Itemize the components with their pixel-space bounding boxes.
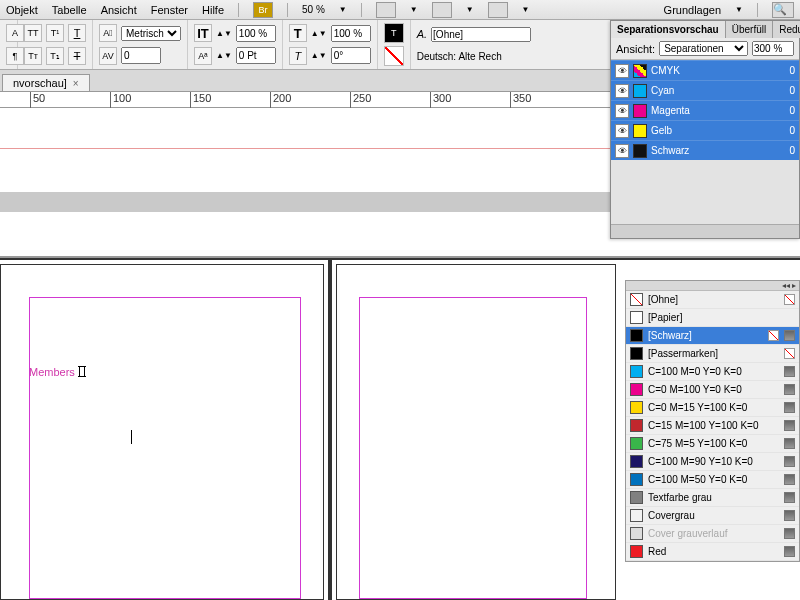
allcaps-btn[interactable]: TT [24,24,42,42]
swatch-row[interactable]: Cover grauverlauf [626,525,799,543]
swatch-row[interactable]: C=100 M=50 Y=0 K=0 [626,471,799,489]
swatch-row[interactable]: [Schwarz] [626,327,799,345]
vscale-input[interactable] [331,25,371,42]
left-page[interactable]: Members [0,264,324,600]
separation-row[interactable]: 👁CMYK0 [611,60,799,80]
colortype-icon [784,366,795,377]
swatch-label: Cover grauverlauf [648,528,779,539]
separation-row[interactable]: 👁Cyan0 [611,80,799,100]
swatch-color [630,473,643,486]
swatch-row[interactable]: C=0 M=15 Y=100 K=0 [626,399,799,417]
swatch-label: Covergrau [648,510,779,521]
baseline-input[interactable] [236,47,276,64]
smallcaps-btn[interactable]: Tт [24,47,42,65]
ruler-tick: 250 [350,92,371,108]
tab-flatten[interactable]: Reduzie [773,21,800,38]
visibility-toggle[interactable]: 👁 [615,124,629,138]
swatch-row[interactable]: [Passermarken] [626,345,799,363]
color-swatch [633,64,647,78]
search-icon[interactable]: 🔍 [772,2,794,18]
menu-objekt[interactable]: Objekt [6,4,38,16]
swatch-panel-header[interactable]: ◂◂ ▸ [626,281,799,291]
subscript-btn[interactable]: T₁ [46,47,64,65]
text-members[interactable]: Members [29,365,85,378]
panel-footer [611,224,799,238]
separation-row[interactable]: 👁Gelb0 [611,120,799,140]
close-tab-icon[interactable]: × [73,78,79,89]
screen-mode-icon[interactable] [432,2,452,18]
zoom-level[interactable]: 50 % [302,4,325,15]
fill-swatch[interactable]: T [384,23,404,43]
swatch-row[interactable]: Textfarbe grau [626,489,799,507]
swatch-row[interactable]: C=75 M=5 Y=100 K=0 [626,435,799,453]
ink-name: Magenta [651,105,785,116]
swatch-row[interactable]: C=15 M=100 Y=100 K=0 [626,417,799,435]
skew-input[interactable] [331,47,371,64]
tab-trap[interactable]: Überfüll [726,21,773,38]
swatch-label: [Ohne] [648,294,779,305]
right-page[interactable] [336,264,616,600]
ruler-tick: 100 [110,92,131,108]
swatch-row[interactable]: [Ohne] [626,291,799,309]
swatch-row[interactable]: C=100 M=0 Y=0 K=0 [626,363,799,381]
view-options-icon[interactable] [376,2,396,18]
separator [361,3,362,17]
hscale-input[interactable] [236,25,276,42]
menu-fenster[interactable]: Fenster [151,4,188,16]
tracking-input[interactable] [121,47,161,64]
kerning-select[interactable]: Metrisch [121,26,181,41]
menu-ansicht[interactable]: Ansicht [101,4,137,16]
view-select[interactable]: Separationen [659,41,748,56]
tab-separations[interactable]: Separationsvorschau [611,21,726,38]
swatch-row[interactable]: [Papier] [626,309,799,327]
menu-hilfe[interactable]: Hilfe [202,4,224,16]
visibility-toggle[interactable]: 👁 [615,84,629,98]
swatch-color [630,455,643,468]
swatch-color [630,545,643,558]
menu-tabelle[interactable]: Tabelle [52,4,87,16]
ruler-tick: 300 [430,92,451,108]
tracking-icon: AV [99,47,117,65]
ink-name: CMYK [651,65,785,76]
superscript-btn[interactable]: T¹ [46,24,64,42]
workspace-select[interactable]: Grundlagen [664,4,722,16]
ruler-tick: 200 [270,92,291,108]
ink-value: 0 [789,145,795,156]
separation-row[interactable]: 👁Schwarz0 [611,140,799,160]
stroke-swatch[interactable] [384,46,404,66]
swatch-label: C=100 M=50 Y=0 K=0 [648,474,779,485]
separation-row[interactable]: 👁Magenta0 [611,100,799,120]
swatch-row[interactable]: C=0 M=100 Y=0 K=0 [626,381,799,399]
document-tab[interactable]: nvorschau]× [2,74,90,91]
colortype-icon [784,510,795,521]
underline-btn[interactable]: T [68,24,86,42]
colortype-icon [784,330,795,341]
separations-preview-panel[interactable]: Separationsvorschau Überfüll Reduzie Ans… [610,20,800,239]
noedit-icon [784,294,795,305]
swatches-panel[interactable]: ◂◂ ▸ [Ohne][Papier][Schwarz][Passermarke… [625,280,800,562]
swatch-label: Textfarbe grau [648,492,779,503]
language-label: Deutsch: Alte Rech [417,51,502,62]
swatch-color [630,401,643,414]
colortype-icon [784,420,795,431]
swatch-color [630,383,643,396]
swatch-row[interactable]: C=100 M=90 Y=10 K=0 [626,453,799,471]
bridge-icon[interactable]: Br [253,2,273,18]
swatch-label: C=0 M=100 Y=0 K=0 [648,384,779,395]
visibility-toggle[interactable]: 👁 [615,104,629,118]
ink-name: Gelb [651,125,785,136]
swatch-color [630,293,643,306]
swatch-row[interactable]: Covergrau [626,507,799,525]
swatch-label: C=0 M=15 Y=100 K=0 [648,402,779,413]
charstyle-select[interactable] [431,27,531,42]
menu-bar: Objekt Tabelle Ansicht Fenster Hilfe Br … [0,0,800,20]
vscale-icon: T [289,24,307,42]
swatch-label: [Papier] [648,312,795,323]
preview-pct[interactable] [752,41,794,56]
visibility-toggle[interactable]: 👁 [615,64,629,78]
arrange-icon[interactable] [488,2,508,18]
strike-btn[interactable]: T [68,47,86,65]
swatch-label: C=100 M=90 Y=10 K=0 [648,456,779,467]
swatch-row[interactable]: Red [626,543,799,561]
visibility-toggle[interactable]: 👁 [615,144,629,158]
